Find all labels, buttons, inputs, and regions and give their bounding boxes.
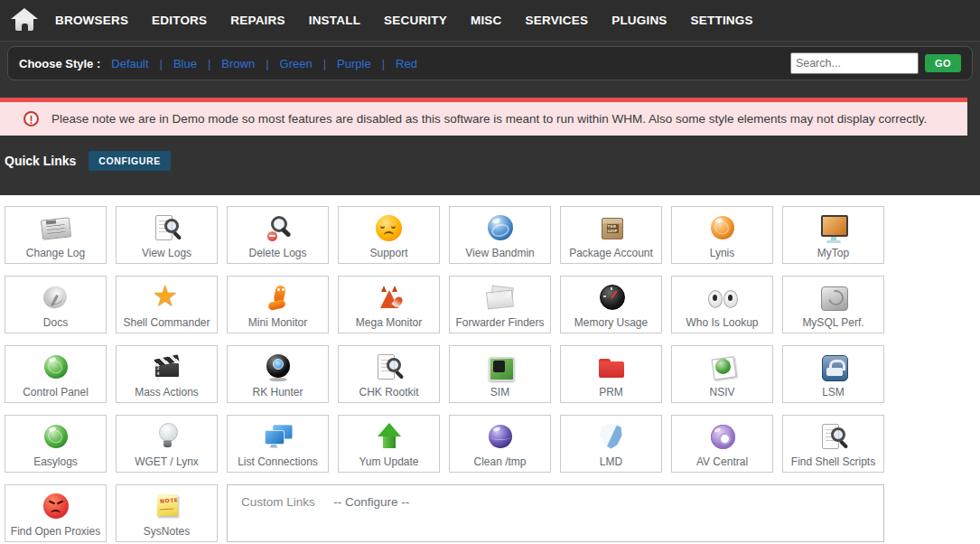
- style-option-green[interactable]: Green: [276, 57, 316, 70]
- facecry-icon: [373, 213, 406, 244]
- custom-links-title: Custom Links: [241, 495, 315, 509]
- style-option-default[interactable]: Default: [107, 57, 152, 70]
- style-separator: |: [153, 57, 170, 70]
- bulb-icon: [151, 422, 183, 453]
- style-option-red[interactable]: Red: [392, 57, 421, 70]
- tile-label: Mega Monitor: [356, 316, 422, 329]
- warning-icon: [23, 111, 39, 127]
- tile-clean-tmp[interactable]: Clean /tmp: [449, 415, 551, 473]
- custom-links-panel: Custom Links -- Configure --: [227, 484, 884, 542]
- tile-view-bandmin[interactable]: View Bandmin: [449, 206, 551, 264]
- tile-lmd[interactable]: LMD: [560, 415, 662, 473]
- fox-icon: [373, 283, 406, 314]
- dish-icon: [40, 283, 72, 314]
- tile-label: SysNotes: [144, 525, 190, 538]
- style-separator: |: [201, 57, 218, 70]
- style-option-blue[interactable]: Blue: [170, 57, 201, 70]
- docmag-icon: [151, 213, 183, 244]
- navbar-menu: BROWSERSEDITORSREPAIRSINSTALLSECURITYMIS…: [43, 14, 765, 27]
- tile-label: Forwarder Finders: [455, 316, 544, 329]
- tiles-grid: Change LogView LogsDelete LogsSupportVie…: [5, 206, 980, 542]
- newspaper-icon: [40, 213, 72, 244]
- tile-docs[interactable]: Docs: [5, 276, 107, 333]
- tile-package-account[interactable]: Package Account: [560, 206, 662, 264]
- docmag-icon: [373, 352, 406, 383]
- tile-view-logs[interactable]: View Logs: [116, 206, 218, 264]
- 8ball-icon: [262, 352, 294, 383]
- demo-alert-text: Please note we are in Demo mode so most …: [51, 112, 927, 126]
- tile-label: Who Is Lookup: [686, 316, 758, 329]
- tile-mega-monitor[interactable]: Mega Monitor: [338, 276, 440, 333]
- faceangry-icon: [40, 492, 72, 522]
- tile-control-panel[interactable]: Control Panel: [5, 345, 107, 403]
- demo-alert: Please note we are in Demo mode so most …: [0, 98, 967, 136]
- tile-find-open-proxies[interactable]: Find Open Proxies: [5, 484, 107, 542]
- clapper-icon: [151, 352, 183, 383]
- tile-lsm[interactable]: LSM: [782, 345, 884, 403]
- nav-item-repairs[interactable]: REPAIRS: [219, 14, 296, 27]
- style-bar-wrap: Choose Style : Default|Blue|Brown|Green|…: [0, 42, 980, 86]
- globeblue-icon: [484, 213, 517, 244]
- tile-label: Mass Actions: [135, 386, 199, 399]
- choose-style-label: Choose Style :: [19, 57, 100, 70]
- style-option-brown[interactable]: Brown: [218, 57, 258, 70]
- tile-mass-actions[interactable]: Mass Actions: [116, 345, 218, 403]
- nav-item-install[interactable]: INSTALL: [297, 14, 372, 27]
- tile-list-connections[interactable]: List Connections: [227, 415, 329, 473]
- style-option-purple[interactable]: Purple: [333, 57, 375, 70]
- nav-item-editors[interactable]: EDITORS: [140, 14, 219, 27]
- tile-label: WGET / Lynx: [135, 455, 199, 468]
- monitors-icon: [262, 422, 294, 453]
- tile-label: PRM: [599, 386, 623, 399]
- tile-lynis[interactable]: Lynis: [671, 206, 773, 264]
- note-icon: [151, 492, 183, 522]
- search-go-button[interactable]: GO: [925, 54, 961, 72]
- alert-body: Please note we are in Demo mode so most …: [0, 102, 967, 136]
- home-icon: [11, 8, 38, 33]
- tile-wget-lynx[interactable]: WGET / Lynx: [116, 415, 218, 473]
- tile-label: Delete Logs: [248, 247, 306, 259]
- env-icon: [484, 283, 517, 314]
- tile-who-is-lookup[interactable]: Who Is Lookup: [671, 276, 773, 333]
- tile-label: List Connections: [238, 455, 318, 468]
- tile-shell-commander[interactable]: Shell Commander: [116, 276, 218, 333]
- nav-item-settings[interactable]: SETTINGS: [679, 14, 765, 27]
- style-options: Default|Blue|Brown|Green|Purple|Red: [107, 57, 421, 70]
- nav-item-browsers[interactable]: BROWSERS: [43, 14, 140, 27]
- tile-yum-update[interactable]: Yum Update: [338, 415, 440, 473]
- tile-label: Memory Usage: [574, 316, 648, 329]
- tile-forwarder-finders[interactable]: Forwarder Finders: [449, 276, 551, 333]
- tile-support[interactable]: Support: [338, 206, 440, 264]
- magminus-icon: [262, 213, 294, 244]
- nav-item-plugins[interactable]: PLUGINS: [600, 14, 678, 27]
- top-navbar: BROWSERSEDITORSREPAIRSINSTALLSECURITYMIS…: [0, 0, 980, 42]
- tile-easylogs[interactable]: Easylogs: [5, 415, 107, 473]
- search-input[interactable]: [790, 52, 919, 74]
- tile-find-shell-scripts[interactable]: Find Shell Scripts: [782, 415, 884, 473]
- tile-label: Find Shell Scripts: [791, 455, 875, 468]
- worm-icon: [262, 283, 294, 314]
- tile-sim[interactable]: SIM: [449, 345, 551, 403]
- shield-icon: [595, 422, 628, 453]
- tile-prm[interactable]: PRM: [560, 345, 662, 403]
- nav-item-services[interactable]: SERVICES: [514, 14, 601, 27]
- tile-label: RK Hunter: [252, 386, 303, 399]
- nav-item-security[interactable]: SECURITY: [372, 14, 459, 27]
- nav-item-misc[interactable]: MISC: [459, 14, 514, 27]
- tile-change-log[interactable]: Change Log: [5, 206, 107, 264]
- custom-links-configure-link[interactable]: -- Configure --: [333, 495, 409, 509]
- tile-mini-monitor[interactable]: Mini Monitor: [227, 276, 329, 333]
- tile-rk-hunter[interactable]: RK Hunter: [227, 345, 329, 403]
- gauge-icon: [595, 283, 628, 314]
- tile-av-central[interactable]: AV Central: [671, 415, 773, 473]
- home-button[interactable]: [5, 3, 43, 39]
- tile-label: SIM: [490, 386, 509, 399]
- tile-mytop[interactable]: MyTop: [782, 206, 884, 264]
- quick-links-configure-button[interactable]: CONFIGURE: [89, 151, 170, 171]
- tile-nsiv[interactable]: NSIV: [671, 345, 773, 403]
- tile-mysql-perf[interactable]: MySQL Perf.: [782, 276, 884, 333]
- tile-delete-logs[interactable]: Delete Logs: [227, 206, 329, 264]
- tile-memory-usage[interactable]: Memory Usage: [560, 276, 662, 333]
- tile-chk-rootkit[interactable]: CHK Rootkit: [338, 345, 440, 403]
- tile-sysnotes[interactable]: SysNotes: [116, 484, 218, 542]
